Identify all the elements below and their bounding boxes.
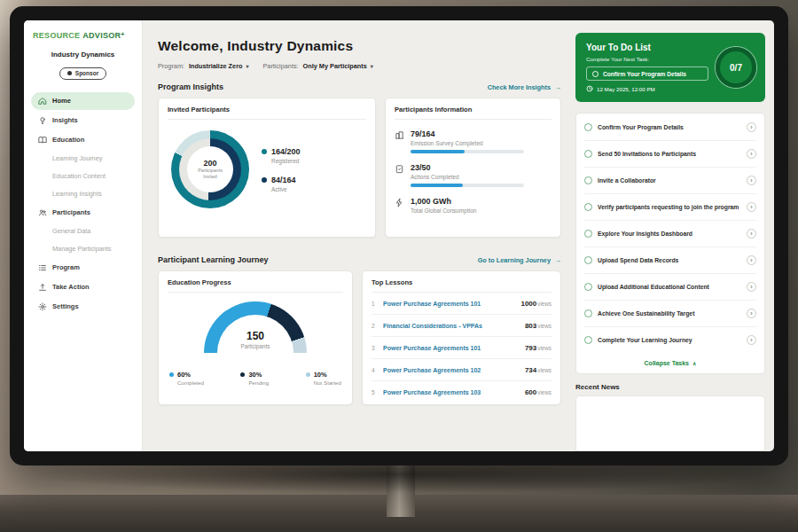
task-row[interactable]: Upload Additional Educational Content › — [584, 274, 756, 301]
task-row[interactable]: Invite a Collaborator › — [584, 168, 756, 194]
task-chevron-icon[interactable]: › — [747, 149, 756, 159]
task-checkbox-icon[interactable] — [584, 150, 592, 158]
task-chevron-icon[interactable]: › — [747, 282, 756, 292]
sidebar-item-education-content[interactable]: Education Content — [31, 168, 135, 184]
participants-select[interactable]: Only My Participants ▾ — [303, 62, 373, 70]
sidebar-item-manage-participants[interactable]: Manage Participants — [31, 241, 135, 257]
org-name: Industry Dynamics — [31, 51, 135, 59]
todo-panel: Your To Do List Complete Your Next Task:… — [574, 20, 774, 451]
actions-progress-bar — [411, 184, 524, 187]
legend-dot-active — [262, 177, 267, 183]
task-checkbox-icon[interactable] — [584, 336, 592, 344]
task-row[interactable]: Send 50 Invitations to Participants › — [584, 141, 756, 168]
task-checkbox-icon[interactable] — [584, 230, 592, 238]
lesson-row: 1 Power Purchase Agreements 101 1000view… — [372, 293, 552, 315]
sidebar-item-program[interactable]: Program — [31, 259, 135, 277]
task-row[interactable]: Confirm Your Program Details › — [584, 114, 756, 141]
list-icon — [38, 263, 47, 272]
go-to-learning-journey-link[interactable]: Go to Learning Journey → — [478, 256, 561, 264]
lesson-views: 1000views — [520, 300, 552, 308]
sidebar-item-insights[interactable]: Insights — [31, 112, 135, 129]
sidebar-item-home[interactable]: Home — [31, 92, 135, 110]
lightbulb-icon — [38, 116, 47, 125]
todo-next-task[interactable]: Confirm Your Program Details — [586, 66, 708, 81]
task-chevron-icon[interactable]: › — [747, 122, 756, 132]
sidebar-item-label: Participants — [52, 208, 90, 216]
program-select[interactable]: Industrialize Zero ▾ — [189, 62, 248, 70]
info-row-emission-survey: 79/164 Emission Survey Completed — [395, 129, 552, 153]
collapse-tasks-button[interactable]: Collapse Tasks ∧ — [584, 353, 756, 370]
education-gauge-wrap: 150 Participants — [204, 301, 307, 367]
lesson-row: 4 Power Purchase Agreements 102 734views — [372, 359, 552, 381]
sidebar: RESOURCE ADVISOR+ Industry Dynamics Spon… — [24, 20, 143, 451]
task-checkbox-icon[interactable] — [584, 176, 592, 184]
sidebar-item-education[interactable]: Education — [31, 131, 135, 149]
task-row[interactable]: Verify participants requesting to join t… — [584, 194, 756, 221]
lesson-link[interactable]: Power Purchase Agreements 103 — [383, 389, 520, 395]
task-chevron-icon[interactable]: › — [747, 255, 756, 265]
learning-journey-cards: Education Progress 150 Participants 60% — [158, 270, 561, 405]
task-checkbox-icon[interactable] — [584, 123, 592, 131]
task-row[interactable]: Upload Spend Data Records › — [584, 247, 756, 274]
emission-progress-bar — [411, 150, 524, 153]
checkbox-icon[interactable] — [592, 71, 598, 77]
info-row-global-consumption: 1,000 GWh Total Global Consumption — [395, 197, 552, 214]
badge-wrap: Sponsor — [31, 63, 135, 80]
program-filter-label: Program: — [158, 62, 184, 70]
chevron-down-icon: ▾ — [371, 63, 373, 69]
arrow-right-icon: → — [554, 256, 561, 264]
home-icon — [38, 97, 47, 106]
sidebar-item-general-data[interactable]: General Data — [31, 223, 135, 239]
legend-item-completed: 60% Completed — [169, 371, 204, 386]
participants-information-card: Participants Information 79/164 Emission… — [385, 98, 561, 238]
task-checkbox-icon[interactable] — [584, 309, 592, 317]
main-content: Welcome, Industry Dynamics Program: Indu… — [143, 20, 574, 451]
lesson-link[interactable]: Financial Considerations - VPPAs — [383, 323, 520, 329]
lesson-link[interactable]: Power Purchase Agreements 101 — [383, 345, 520, 351]
gear-icon — [38, 302, 47, 311]
sidebar-item-take-action[interactable]: Take Action — [31, 278, 135, 296]
task-chevron-icon[interactable]: › — [747, 309, 756, 318]
lesson-link[interactable]: Power Purchase Agreements 101 — [383, 301, 515, 307]
todo-title: Your To Do List — [586, 43, 708, 52]
task-checkbox-icon[interactable] — [584, 283, 592, 291]
task-row[interactable]: Explore Your Insights Dashboard › — [584, 221, 756, 247]
check-more-insights-link[interactable]: Check More Insights → — [488, 83, 561, 91]
participants-select-value: Only My Participants — [303, 62, 367, 70]
sponsor-icon — [67, 71, 72, 75]
education-gauge-center: 150 Participants — [204, 330, 307, 349]
task-chevron-icon[interactable]: › — [747, 335, 756, 345]
lesson-row: 5 Power Purchase Agreements 103 600views — [372, 381, 552, 403]
task-list-card: Confirm Your Program Details › Send 50 I… — [575, 113, 765, 374]
lightning-icon — [395, 198, 404, 207]
task-chevron-icon[interactable]: › — [747, 229, 756, 239]
invited-participants-card: Invited Participants 200 Participants In… — [158, 98, 376, 238]
legend-item-registered: 164/200 Registered — [262, 147, 301, 164]
todo-summary-card: Your To Do List Complete Your Next Task:… — [575, 33, 765, 102]
task-chevron-icon[interactable]: › — [747, 202, 756, 212]
sponsor-badge[interactable]: Sponsor — [59, 67, 106, 80]
sidebar-item-learning-journey[interactable]: Learning Journey — [31, 151, 135, 167]
participants-information-card-title: Participants Information — [395, 106, 552, 120]
sidebar-item-settings[interactable]: Settings — [31, 298, 135, 316]
task-row[interactable]: Achieve One Sustainability Target › — [584, 301, 756, 327]
program-insights-cards: Invited Participants 200 Participants In… — [158, 98, 561, 238]
invited-donut-inner: 200 Participants Invited — [179, 138, 241, 200]
sidebar-item-label: Education — [52, 136, 84, 144]
task-row[interactable]: Complete Your Learning Journey › — [584, 327, 756, 353]
top-lessons-card-title: Top Lessons — [372, 278, 552, 293]
lesson-views: 734views — [525, 366, 552, 374]
invited-participants-body: 200 Participants Invited 164/200 Registe… — [168, 120, 366, 208]
page-title: Welcome, Industry Dynamics — [158, 38, 561, 54]
lesson-views: 793views — [525, 344, 552, 352]
task-chevron-icon[interactable]: › — [747, 176, 756, 185]
lesson-link[interactable]: Power Purchase Agreements 102 — [383, 367, 520, 373]
sidebar-item-learning-insights[interactable]: Learning Insights — [31, 186, 135, 202]
learning-journey-section-header: Participant Learning Journey Go to Learn… — [158, 255, 561, 264]
task-checkbox-icon[interactable] — [584, 203, 592, 211]
sidebar-item-participants[interactable]: Participants — [31, 204, 135, 222]
legend-dot-pending — [240, 372, 245, 377]
sponsor-label: Sponsor — [75, 70, 98, 76]
task-checkbox-icon[interactable] — [584, 256, 592, 264]
sidebar-item-label: Program — [52, 263, 80, 271]
